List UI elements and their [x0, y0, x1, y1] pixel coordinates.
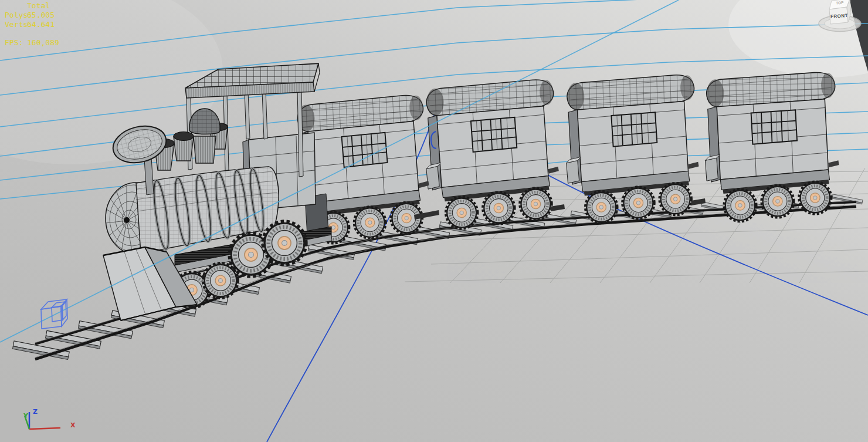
stats-fps-label: FPS:: [5, 38, 23, 47]
stats-fps-value: 160,089: [27, 38, 59, 47]
stats-polys-value: 65.005: [27, 11, 55, 19]
viewport-canvas[interactable]: Total Polys: 65.005 Verts: 64.641 FPS: 1…: [0, 0, 868, 442]
stack-small-2: [174, 132, 194, 161]
stats-verts-value: 64.641: [27, 20, 55, 29]
x-axis-label: X: [70, 421, 76, 429]
z-axis-label: Z: [33, 408, 38, 416]
viewcube-top-label: TOP: [836, 1, 844, 5]
stats-total-header: Total: [27, 1, 50, 10]
passenger-car-4[interactable]: [704, 72, 840, 222]
y-axis-label: Y: [23, 412, 29, 420]
